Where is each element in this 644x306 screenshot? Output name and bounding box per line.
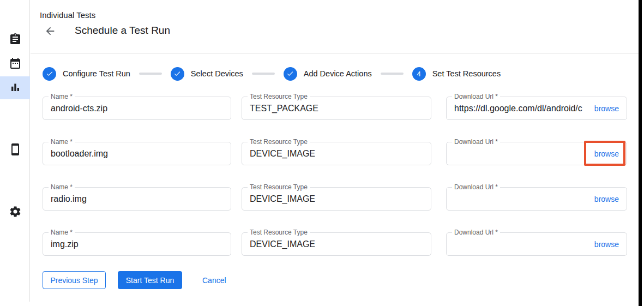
name-field-label: Name * (49, 138, 75, 146)
resource-type-field-label: Test Resource Type (248, 93, 310, 100)
download-url-field[interactable]: Download Url * https://dl.google.com/dl/… (446, 97, 627, 120)
sidebar-item-test-results[interactable] (0, 76, 30, 99)
bar-chart-icon (9, 81, 22, 94)
name-field-label: Name * (49, 93, 75, 100)
name-field[interactable]: Name * bootloader.img (43, 142, 231, 165)
resource-type-field[interactable]: Test Resource Type TEST_PACKAGE (242, 97, 431, 120)
download-url-field[interactable]: Download Url * browse (446, 142, 627, 165)
step-connector (139, 73, 162, 75)
back-button[interactable] (44, 25, 57, 38)
step-label: Add Device Actions (304, 69, 372, 78)
resource-type-field-value: TEST_PACKAGE (242, 104, 318, 113)
resource-type-field-value: DEVICE_IMAGE (242, 239, 315, 249)
resource-type-field-value: DEVICE_IMAGE (242, 194, 315, 204)
step-label: Set Test Resources (432, 69, 501, 78)
step-complete-check-icon (43, 67, 56, 81)
download-url-field-label: Download Url * (452, 229, 500, 236)
resource-row: Name * android-cts.zip Test Resource Typ… (43, 93, 627, 120)
name-field[interactable]: Name * android-cts.zip (43, 97, 231, 120)
step-complete-check-icon (171, 67, 184, 81)
arrow-back-icon (44, 25, 56, 37)
calendar-icon (9, 57, 22, 70)
step-complete-check-icon (284, 67, 297, 81)
download-url-field-label: Download Url * (452, 183, 500, 191)
app-window: Individual Tests Schedule a Test Run Con… (0, 0, 644, 306)
header-divider (31, 53, 639, 53)
browse-link[interactable]: browse (590, 104, 627, 113)
step-connector (252, 73, 275, 75)
download-url-field[interactable]: Download Url * browse (446, 187, 627, 211)
browse-link[interactable]: browse (590, 149, 627, 158)
name-field-label: Name * (49, 229, 75, 236)
step-connector (381, 73, 404, 75)
step-label: Configure Test Run (63, 69, 130, 78)
main-panel: Individual Tests Schedule a Test Run Con… (31, 0, 639, 306)
smartphone-icon (9, 143, 22, 156)
resource-type-field-value: DEVICE_IMAGE (242, 149, 315, 159)
assignment-icon (9, 33, 22, 46)
name-field[interactable]: Name * radio.img (43, 187, 231, 211)
resource-row: Name * img.zip Test Resource Type DEVICE… (43, 229, 627, 256)
resource-type-field[interactable]: Test Resource Type DEVICE_IMAGE (242, 232, 431, 256)
sidebar-item-tests[interactable] (0, 28, 30, 51)
sidebar (0, 0, 30, 302)
browse-link[interactable]: browse (590, 195, 627, 203)
start-test-run-button[interactable]: Start Test Run (118, 271, 182, 289)
breadcrumb: Individual Tests (40, 10, 95, 20)
step-number-badge: 4 (412, 67, 426, 81)
resource-row: Name * radio.img Test Resource Type DEVI… (43, 183, 627, 211)
download-url-field-value: https://dl.google.com/dl/android/c (447, 104, 590, 113)
download-url-field-label: Download Url * (452, 138, 500, 146)
stepper: Configure Test Run Select Devices Add De… (43, 67, 501, 81)
step-label: Select Devices (191, 69, 243, 78)
previous-step-button[interactable]: Previous Step (43, 271, 106, 289)
step-set-test-resources[interactable]: 4 Set Test Resources (412, 67, 501, 81)
sidebar-item-settings[interactable] (0, 200, 30, 223)
name-field-value: radio.img (43, 194, 87, 204)
test-resources-form: Name * android-cts.zip Test Resource Typ… (43, 93, 627, 274)
step-add-device-actions[interactable]: Add Device Actions (284, 67, 372, 81)
download-url-field[interactable]: Download Url * browse (446, 232, 627, 256)
browse-link[interactable]: browse (590, 240, 627, 249)
name-field[interactable]: Name * img.zip (43, 232, 231, 256)
resource-type-field[interactable]: Test Resource Type DEVICE_IMAGE (242, 187, 431, 211)
action-bar: Previous Step Start Test Run Cancel (43, 271, 226, 289)
name-field-value: android-cts.zip (43, 104, 107, 113)
screen-edge-strip (639, 0, 642, 306)
resource-row: Name * bootloader.img Test Resource Type… (43, 138, 627, 165)
name-field-label: Name * (49, 183, 75, 191)
step-select-devices[interactable]: Select Devices (171, 67, 243, 81)
sidebar-item-test-plans[interactable] (0, 52, 30, 75)
resource-type-field-label: Test Resource Type (248, 138, 310, 146)
resource-type-field-label: Test Resource Type (248, 229, 310, 236)
cancel-button[interactable]: Cancel (202, 271, 226, 289)
download-url-field-label: Download Url * (452, 93, 500, 100)
resource-type-field-label: Test Resource Type (248, 183, 310, 191)
name-field-value: bootloader.img (43, 149, 108, 159)
step-configure-test-run[interactable]: Configure Test Run (43, 67, 130, 81)
name-field-value: img.zip (43, 239, 79, 249)
gear-icon (9, 205, 22, 218)
page-title: Schedule a Test Run (75, 25, 170, 37)
resource-type-field[interactable]: Test Resource Type DEVICE_IMAGE (242, 142, 431, 165)
sidebar-item-devices[interactable] (0, 138, 30, 161)
